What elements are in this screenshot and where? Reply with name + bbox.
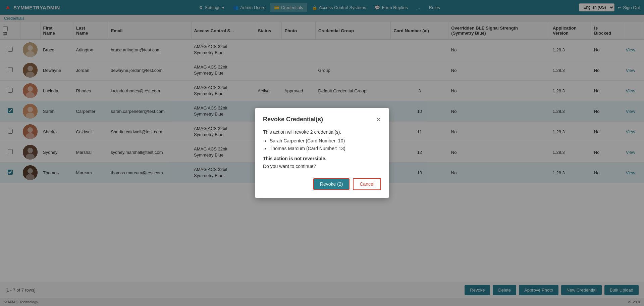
modal-title: Revoke Credential(s) [263,116,323,123]
modal-confirm-question: Do you want to continue? [263,163,381,170]
modal-list-item: Sarah Carpenter (Card Number: 10) [270,137,381,144]
modal-list-item: Thomas Marcum (Card Number: 13) [270,145,381,152]
modal-header: Revoke Credential(s) ✕ [263,116,381,123]
modal-footer: Revoke (2) Cancel [263,178,381,190]
modal-items-list: Sarah Carpenter (Card Number: 10)Thomas … [270,137,381,152]
revoke-modal: Revoke Credential(s) ✕ This action will … [255,108,389,198]
modal-overlay: Revoke Credential(s) ✕ This action will … [0,0,644,306]
modal-close-button[interactable]: ✕ [376,117,381,123]
modal-warning: This action is not reversible. [263,156,326,161]
modal-body: This action will revoke 2 credential(s).… [263,128,381,170]
modal-revoke-button[interactable]: Revoke (2) [313,178,350,190]
modal-cancel-button[interactable]: Cancel [353,178,381,190]
modal-description: This action will revoke 2 credential(s). [263,128,381,136]
